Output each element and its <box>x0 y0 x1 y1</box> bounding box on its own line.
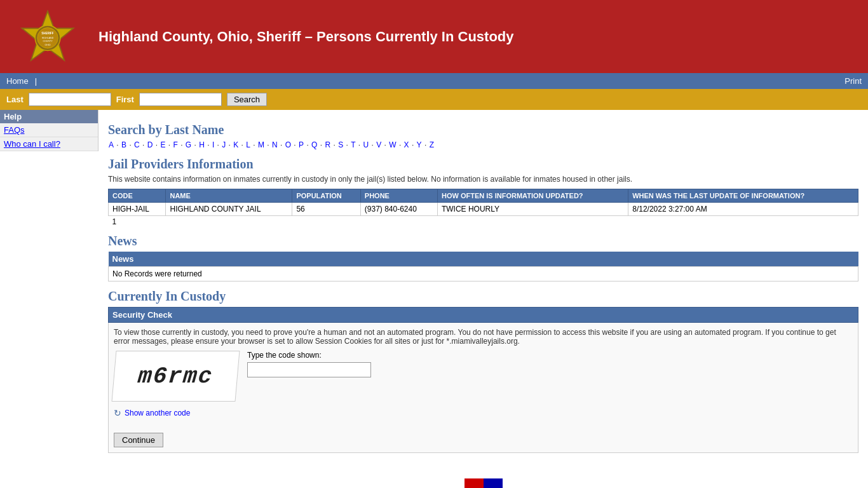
alphabet-link-g[interactable]: G <box>186 140 191 149</box>
sidebar-section-title: Help <box>0 110 98 123</box>
table-cell-population: 56 <box>292 203 360 216</box>
col-population: POPULATION <box>292 189 360 203</box>
alphabet-link-t[interactable]: T <box>351 140 355 149</box>
alphabet-link-a[interactable]: A <box>109 140 114 149</box>
first-name-label: First <box>116 95 134 104</box>
alphabet-link-d[interactable]: D <box>147 140 153 149</box>
show-another-label: Show another code <box>125 409 190 417</box>
print-link[interactable]: Print <box>844 76 862 86</box>
continue-button[interactable]: Continue <box>114 433 163 447</box>
news-table-header: News <box>109 252 858 267</box>
alphabet-link-w[interactable]: W <box>389 140 396 149</box>
alphabet-link-f[interactable]: F <box>173 140 177 149</box>
jail-providers-description: This website contains information on inm… <box>108 175 858 184</box>
alphabet-separator: · <box>153 140 159 149</box>
table-cell-code: HIGH-JAIL <box>109 203 166 216</box>
alphabet-separator: · <box>423 140 429 149</box>
svg-text:OHIO: OHIO <box>44 43 50 46</box>
page-title-area: Highland County, Ohio, Sheriff – Persons… <box>89 29 862 45</box>
table-row: HIGH-JAILHIGHLAND COUNTY JAIL56(937) 840… <box>109 203 858 216</box>
alphabet-separator: · <box>318 140 324 149</box>
alphabet-link-b[interactable]: B <box>121 140 126 149</box>
alphabet-link-s[interactable]: S <box>338 140 343 149</box>
alphabet-link-k[interactable]: K <box>233 140 238 149</box>
alphabet-link-v[interactable]: V <box>376 140 381 149</box>
alphabet-link-q[interactable]: Q <box>311 140 317 149</box>
svg-rect-7 <box>465 478 484 488</box>
captcha-area: m6rmc Type the code shown: <box>114 351 853 402</box>
alphabet-separator: · <box>292 140 298 149</box>
alphabet-link-x[interactable]: X <box>404 140 409 149</box>
alphabet-link-u[interactable]: U <box>363 140 369 149</box>
nav-separator: | <box>35 76 37 86</box>
alphabet-separator: · <box>382 140 388 149</box>
alphabet-separator: · <box>356 140 363 149</box>
alphabet-separator: · <box>369 140 376 149</box>
last-name-label: Last <box>6 95 24 104</box>
col-name: NAME <box>166 189 292 203</box>
search-by-last-name-title: Search by Last Name <box>108 123 858 137</box>
alphabet-separator: · <box>140 140 147 149</box>
table-cell-update_freq: TWICE HOURLY <box>437 203 628 216</box>
custody-section: Security Check To view those currently i… <box>108 307 858 453</box>
alphabet-separator: · <box>251 140 257 149</box>
col-update-freq: HOW OFTEN IS INFORMATION UPDATED? <box>437 189 628 203</box>
sheriff-badge-icon: SHERIFF HIGHLAND COUNTY OHIO <box>19 8 76 65</box>
search-button[interactable]: Search <box>227 93 267 106</box>
alphabet-separator: · <box>304 140 311 149</box>
alphabet-separator: · <box>239 140 245 149</box>
captcha-image: m6rmc <box>112 351 240 402</box>
alphabet-link-r[interactable]: R <box>325 140 330 149</box>
svg-text:HIGHLAND: HIGHLAND <box>42 36 54 39</box>
alphabet-link-o[interactable]: O <box>285 140 291 149</box>
alphabet-link-y[interactable]: Y <box>417 140 422 149</box>
last-name-input[interactable] <box>29 93 111 106</box>
alphabet-separator: · <box>114 140 121 149</box>
alphabet-links: A · B · C · D · E · F · G · H · I · J · … <box>108 140 858 149</box>
alphabet-link-z[interactable]: Z <box>430 140 434 149</box>
news-no-records: No Records were returned <box>109 267 858 281</box>
alphabet-separator: · <box>410 140 416 149</box>
sidebar: Help FAQs Who can I call? <box>0 110 98 151</box>
montgomery-logo-icon: MONTGOMERY <box>465 478 503 488</box>
alphabet-separator: · <box>265 140 271 149</box>
alphabet-link-h[interactable]: H <box>199 140 205 149</box>
table-cell-phone: (937) 840-6240 <box>360 203 437 216</box>
alphabet-link-i[interactable]: I <box>212 140 214 149</box>
news-title: News <box>108 234 858 248</box>
sidebar-item-faqs[interactable]: FAQs <box>0 123 98 137</box>
home-link[interactable]: Home <box>6 76 29 86</box>
svg-text:SHERIFF: SHERIFF <box>41 32 54 35</box>
captcha-input[interactable] <box>247 362 371 377</box>
table-cell-last_update: 8/12/2022 3:27:00 AM <box>628 203 858 216</box>
security-check-message: To view those currently in custody, you … <box>114 328 853 346</box>
col-phone: PHONE <box>360 189 437 203</box>
col-last-update: WHEN WAS THE LAST UPDATE OF INFORMATION? <box>628 189 858 203</box>
alphabet-separator: · <box>192 140 198 149</box>
alphabet-separator: · <box>127 140 133 149</box>
page-title: Highland County, Ohio, Sheriff – Persons… <box>98 29 862 45</box>
alphabet-separator: · <box>344 140 350 149</box>
alphabet-link-e[interactable]: E <box>160 140 165 149</box>
logo-area: SHERIFF HIGHLAND COUNTY OHIO <box>6 8 89 65</box>
alphabet-separator: · <box>166 140 172 149</box>
show-another-code-link[interactable]: ↻ Show another code <box>114 408 853 418</box>
security-check-body: To view those currently in custody, you … <box>108 323 858 453</box>
col-code: CODE <box>109 189 166 203</box>
first-name-input[interactable] <box>139 93 222 106</box>
refresh-icon: ↻ <box>114 408 121 418</box>
alphabet-link-n[interactable]: N <box>272 140 278 149</box>
alphabet-link-c[interactable]: C <box>134 140 140 149</box>
footer: MONTGOMERY ©2001- 2022 Board of County C… <box>108 466 858 488</box>
alphabet-link-m[interactable]: M <box>258 140 264 149</box>
jail-providers-title: Jail Providers Information <box>108 157 858 172</box>
sidebar-item-who-can-i-call[interactable]: Who can I call? <box>0 137 98 151</box>
svg-text:COUNTY: COUNTY <box>43 40 53 43</box>
alphabet-separator: · <box>397 140 403 149</box>
captcha-input-area: Type the code shown: <box>247 351 371 377</box>
nav-bar: Home | Print <box>0 73 868 89</box>
alphabet-separator: · <box>179 140 185 149</box>
alphabet-link-j[interactable]: J <box>222 140 226 149</box>
alphabet-link-l[interactable]: L <box>246 140 250 149</box>
alphabet-link-p[interactable]: P <box>299 140 304 149</box>
